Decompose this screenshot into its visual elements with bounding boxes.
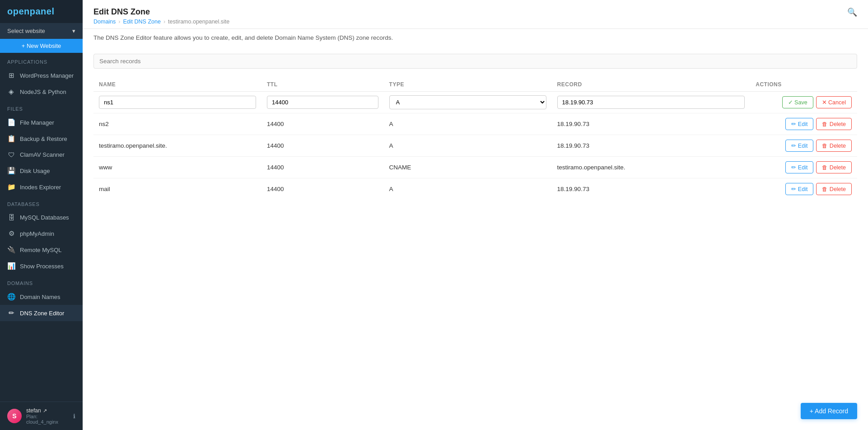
footer-plan: Plan: cloud_4_nginx	[26, 414, 69, 425]
edit-type-select[interactable]: A AAAA CNAME MX TXT NS SOA	[389, 95, 546, 109]
row-ttl: 14400	[261, 157, 384, 178]
edit-button[interactable]: ✏ Edit	[785, 183, 813, 195]
save-button[interactable]: ✓ Save	[782, 96, 813, 108]
breadcrumb: Domains › Edit DNS Zone › testiramo.open…	[93, 19, 857, 25]
breadcrumb-separator-2: ›	[163, 19, 165, 25]
new-website-label: + New Website	[22, 42, 61, 49]
disk-usage-icon: 💾	[7, 167, 15, 175]
delete-button[interactable]: 🗑 Delete	[816, 118, 852, 130]
section-label-applications: Applications	[0, 53, 83, 67]
sidebar-item-file-manager[interactable]: 📄 File Manager	[0, 114, 83, 131]
sidebar-item-label: ClamAV Scanner	[20, 151, 65, 158]
sidebar-item-phpmyadmin[interactable]: ⚙ phpMyAdmin	[0, 225, 83, 242]
external-link-icon: ↗	[43, 408, 47, 414]
domain-icon: 🌐	[7, 293, 15, 301]
sidebar-item-label: Disk Usage	[20, 168, 50, 174]
dns-table: NAME TTL TYPE RECORD ACTIONS	[93, 78, 857, 200]
table-row-edit: A AAAA CNAME MX TXT NS SOA	[93, 92, 857, 113]
edit-button[interactable]: ✏ Edit	[785, 140, 813, 152]
edit-record-cell	[552, 92, 751, 113]
sidebar-item-clamav-scanner[interactable]: 🛡 ClamAV Scanner	[0, 147, 83, 163]
edit-button[interactable]: ✏ Edit	[785, 161, 813, 173]
add-record-button[interactable]: + Add Record	[801, 403, 857, 419]
row-ttl: 14400	[261, 178, 384, 200]
search-icon[interactable]: 🔍	[847, 7, 857, 17]
row-record: 18.19.90.73	[552, 178, 751, 200]
delete-button[interactable]: 🗑 Delete	[816, 161, 852, 173]
sidebar-item-disk-usage[interactable]: 💾 Disk Usage	[0, 163, 83, 179]
main-content: Edit DNS Zone Domains › Edit DNS Zone › …	[83, 0, 868, 430]
sidebar-item-label: Inodes Explorer	[20, 184, 61, 191]
sidebar-item-show-processes[interactable]: 📊 Show Processes	[0, 258, 83, 274]
sidebar-item-dns-zone-editor[interactable]: ✏ DNS Zone Editor	[0, 305, 83, 321]
col-header-type: TYPE	[384, 78, 552, 92]
row-name: testiramo.openpanel.site.	[93, 135, 261, 157]
page-title: Edit DNS Zone	[93, 7, 857, 17]
sidebar-item-domain-names[interactable]: 🌐 Domain Names	[0, 289, 83, 305]
row-name: mail	[93, 178, 261, 200]
sidebar-item-label: MySQL Databases	[20, 214, 69, 221]
backup-icon: 📋	[7, 135, 15, 143]
edit-ttl-input[interactable]	[267, 96, 378, 109]
search-input[interactable]	[93, 54, 857, 69]
sidebar-item-label: Domain Names	[20, 294, 61, 300]
sidebar-item-label: phpMyAdmin	[20, 230, 54, 237]
row-type: A	[384, 135, 552, 157]
cancel-button[interactable]: ✕ Cancel	[816, 96, 852, 108]
edit-actions-cell: ✓ Save ✕ Cancel	[750, 92, 857, 113]
sidebar-item-mysql-databases[interactable]: 🗄 MySQL Databases	[0, 210, 83, 225]
breadcrumb-separator-1: ›	[118, 19, 120, 25]
sidebar-item-remote-mysql[interactable]: 🔌 Remote MySQL	[0, 242, 83, 258]
col-header-name: NAME	[93, 78, 261, 92]
select-website-label: Select website	[7, 28, 45, 34]
sidebar-footer: S stefan ↗ Plan: cloud_4_nginx ℹ	[0, 402, 83, 430]
delete-button[interactable]: 🗑 Delete	[816, 140, 852, 152]
section-label-domains: Domains	[0, 274, 83, 289]
wordpress-icon: ⊞	[7, 71, 15, 79]
edit-button[interactable]: ✏ Edit	[785, 118, 813, 130]
row-actions: ✏ Edit 🗑 Delete	[750, 135, 857, 157]
table-row: ns2 14400 A 18.19.90.73 ✏ Edit 🗑 Delete	[93, 113, 857, 135]
edit-name-input[interactable]	[99, 96, 256, 109]
row-type: CNAME	[384, 157, 552, 178]
section-label-databases: Databases	[0, 195, 83, 210]
row-ttl: 14400	[261, 135, 384, 157]
edit-actions: ✓ Save ✕ Cancel	[756, 96, 852, 108]
row-type: A	[384, 178, 552, 200]
nodejs-icon: ◈	[7, 88, 15, 96]
select-website-button[interactable]: Select website ▾	[0, 23, 83, 39]
dns-zone-icon: ✏	[7, 309, 15, 317]
row-name: ns2	[93, 113, 261, 135]
section-label-files: Files	[0, 100, 83, 114]
sidebar-item-label: WordPress Manager	[20, 72, 74, 79]
breadcrumb-domains-link[interactable]: Domains	[93, 19, 116, 25]
sidebar-item-inodes-explorer[interactable]: 📁 Inodes Explorer	[0, 179, 83, 195]
processes-icon: 📊	[7, 262, 15, 270]
sidebar-item-label: Show Processes	[20, 263, 64, 270]
breadcrumb-edit-dns-link[interactable]: Edit DNS Zone	[123, 19, 161, 25]
new-website-button[interactable]: + New Website	[0, 39, 83, 53]
edit-ttl-cell	[261, 92, 384, 113]
sidebar-item-label: Backup & Restore	[20, 136, 67, 142]
avatar: S	[7, 409, 22, 423]
sidebar-item-wordpress-manager[interactable]: ⊞ WordPress Manager	[0, 67, 83, 84]
row-record: 18.19.90.73	[552, 135, 751, 157]
file-manager-icon: 📄	[7, 118, 15, 126]
delete-button[interactable]: 🗑 Delete	[816, 183, 852, 195]
remote-mysql-icon: 🔌	[7, 246, 15, 254]
sidebar-item-backup-restore[interactable]: 📋 Backup & Restore	[0, 131, 83, 147]
row-name: www	[93, 157, 261, 178]
col-header-actions: ACTIONS	[750, 78, 857, 92]
edit-type-cell: A AAAA CNAME MX TXT NS SOA	[384, 92, 552, 113]
footer-user-info: stefan ↗ Plan: cloud_4_nginx	[26, 407, 69, 425]
info-button[interactable]: ℹ	[73, 413, 75, 420]
table-row: testiramo.openpanel.site. 14400 A 18.19.…	[93, 135, 857, 157]
mysql-icon: 🗄	[7, 214, 15, 221]
edit-record-input[interactable]	[557, 96, 745, 109]
sidebar-item-nodejs-python[interactable]: ◈ NodeJS & Python	[0, 84, 83, 100]
app-logo: openpanel	[0, 0, 83, 23]
row-actions: ✏ Edit 🗑 Delete	[750, 178, 857, 200]
row-type: A	[384, 113, 552, 135]
breadcrumb-current: testiramo.openpanel.site	[168, 19, 229, 25]
content-area: NAME TTL TYPE RECORD ACTIONS	[83, 47, 868, 430]
